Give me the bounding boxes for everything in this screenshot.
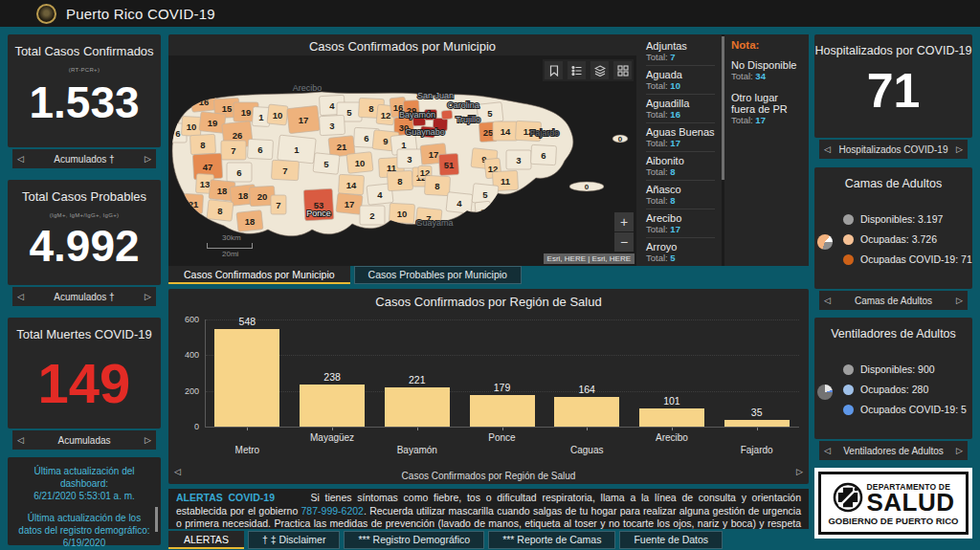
map-toolbar	[543, 59, 634, 81]
alert-title: ALERTAS COVID-19	[176, 492, 275, 503]
municipality-count: 14	[501, 126, 511, 137]
legend-item[interactable]: Ocupadas: 3.726	[843, 233, 972, 245]
municipality-count: 7	[276, 200, 280, 210]
municipality-count: 0	[585, 183, 590, 191]
bar-arecibo[interactable]	[639, 408, 704, 427]
map-municipality[interactable]	[475, 201, 492, 222]
municipality-count: 16	[199, 97, 210, 107]
bookmark-icon[interactable]	[545, 61, 563, 79]
municipality-count: 17	[429, 149, 439, 160]
legend-item[interactable]: Ocupados: 280	[843, 384, 967, 395]
alert-phone-link[interactable]: 787-999-6202	[301, 505, 364, 517]
prev-arrow-icon[interactable]: ◁	[824, 441, 831, 460]
prev-arrow-icon[interactable]: ◁	[17, 430, 24, 450]
municipality-count: 47	[203, 162, 213, 172]
bar-fajardo[interactable]	[724, 420, 790, 427]
bottom-tab-active[interactable]: ALERTAS	[168, 531, 244, 549]
scrollbar-thumb[interactable]	[155, 507, 158, 532]
municipality-list-item[interactable]: AdjuntasTotal: 7	[646, 37, 715, 66]
zoom-in-button[interactable]: +	[614, 212, 634, 231]
zoom-out-button[interactable]: −	[614, 232, 634, 252]
basemap-grid-icon[interactable]	[613, 61, 632, 79]
next-arrow-icon[interactable]: ▷	[956, 441, 963, 460]
legend-item[interactable]: Ocupados COVID-19: 5	[843, 404, 967, 415]
bottom-tab[interactable]: *** Registro Demográfico	[344, 531, 484, 549]
municipality-list-item[interactable]: AibonitoTotal: 8	[646, 152, 715, 181]
nota-panel: Nota: No DisponibleTotal: 34Otro lugar f…	[725, 34, 809, 266]
bar-chart[interactable]: 0200400600548Metro238Mayagüez221Bayamón1…	[176, 312, 801, 461]
map-place-label: Ponce	[306, 209, 331, 218]
map-place-label: Arecibo	[293, 83, 323, 93]
bar-caguas[interactable]	[554, 397, 619, 427]
hospitalized-value: 71	[814, 63, 972, 119]
municipality-list: AdjuntasTotal: 7AguadaTotal: 10Aguadilla…	[636, 34, 721, 266]
map-tab-bar: Casos Confirmados por MunicipioCasos Pro…	[168, 266, 522, 284]
municipality-list-item[interactable]: AñascoTotal: 8	[646, 181, 715, 209]
municipality-count: 3	[329, 121, 334, 131]
prev-arrow-icon[interactable]: ◁	[824, 140, 831, 159]
municipality-count: 10	[355, 158, 366, 168]
next-arrow-icon[interactable]: ▷	[145, 287, 151, 306]
map-municipality[interactable]	[441, 110, 453, 120]
municipality-list-item[interactable]: Otro lugar fuera de PRTotal: 17	[731, 89, 797, 125]
bar-bayamón[interactable]	[385, 387, 450, 427]
bar-mayagüez[interactable]	[300, 385, 365, 427]
bottom-tab[interactable]: Fuente de Datos	[619, 531, 723, 549]
bar-ponce[interactable]	[470, 395, 535, 427]
next-arrow-icon[interactable]: ▷	[145, 430, 151, 450]
municipality-list-item[interactable]: AguadaTotal: 10	[646, 66, 715, 95]
municipality-count: 14	[346, 180, 357, 190]
municipality-map[interactable]: 1615191101745812162961019263306918761214…	[168, 55, 636, 266]
map-tab[interactable]: Casos Probables por Municipio	[354, 266, 522, 284]
legend-item[interactable]: Ocupadas COVID-19: 71	[843, 253, 972, 265]
next-arrow-icon[interactable]: ▷	[796, 462, 803, 481]
legend-list-icon[interactable]	[568, 61, 586, 79]
x-axis-category-label: Fajardo	[709, 445, 805, 455]
beds-pie-chart[interactable]	[817, 234, 833, 250]
card-title: Camas de Adultos	[814, 167, 972, 190]
municipality-count: 19	[208, 118, 218, 128]
municipality-total: Total: 8	[646, 195, 715, 206]
municipality-list-item[interactable]: ArroyoTotal: 5	[646, 238, 715, 266]
adult-beds-card: Camas de Adultos Disponibles: 3.197Ocupa…	[814, 167, 972, 312]
legend-label: Ocupados COVID-19: 5	[860, 404, 967, 415]
municipality-name: Adjuntas	[646, 40, 715, 52]
confirmed-cases-card: Total Casos Confirmados (RT-PCR+) 1.533 …	[8, 34, 161, 170]
scale-km: 30km	[222, 233, 241, 242]
prev-arrow-icon[interactable]: ◁	[17, 287, 24, 306]
prev-arrow-icon[interactable]: ◁	[824, 291, 831, 310]
municipality-count: 21	[337, 142, 347, 152]
prev-arrow-icon[interactable]: ◁	[174, 462, 181, 481]
ventilators-pie-chart[interactable]	[817, 385, 833, 400]
municipality-list-item[interactable]: AguadillaTotal: 16	[646, 95, 715, 123]
legend-dot-icon	[843, 385, 854, 395]
municipality-list-item[interactable]: Aguas BuenasTotal: 17	[646, 123, 715, 152]
municipality-count: 11	[501, 176, 511, 187]
municipality-count: 18	[238, 190, 249, 201]
bar-metro[interactable]	[214, 329, 279, 427]
municipality-count: 10	[397, 209, 408, 219]
dashboard-update-time: 6/21/2020 5:53:01 a. m.	[17, 490, 151, 502]
next-arrow-icon[interactable]: ▷	[145, 149, 151, 168]
municipality-count: 7	[282, 165, 287, 176]
confirmed-total-value: 1.533	[8, 77, 161, 128]
municipality-list-item[interactable]: AreciboTotal: 17	[646, 209, 715, 238]
card-footer: ◁ Ventiladores de Adultos ▷	[819, 441, 968, 460]
map-tab-active[interactable]: Casos Confirmados por Municipio	[168, 266, 350, 284]
legend-item[interactable]: Disponibles: 3.197	[843, 213, 972, 225]
y-axis-tick-label: 200	[176, 386, 199, 396]
chart-title: Casos Confirmados por Región de Salud	[168, 289, 809, 309]
bottom-tab[interactable]: *** Reporte de Camas	[488, 531, 615, 549]
list-scrollbar[interactable]	[722, 34, 724, 266]
next-arrow-icon[interactable]: ▷	[956, 291, 963, 310]
legend-item[interactable]: Disponibles: 900	[843, 363, 967, 375]
nota-title: Nota:	[731, 39, 803, 51]
bottom-tab[interactable]: † ‡ Disclaimer	[248, 531, 341, 549]
prev-arrow-icon[interactable]: ◁	[17, 149, 24, 168]
municipality-count: 6	[364, 133, 368, 143]
map-place-label: Bayamón	[399, 110, 435, 120]
next-arrow-icon[interactable]: ▷	[956, 140, 963, 159]
chart-footer: ◁ Casos Confirmados por Región de Salud …	[168, 471, 809, 481]
municipality-list-item[interactable]: No DisponibleTotal: 34	[731, 56, 797, 81]
layers-icon[interactable]	[590, 61, 609, 79]
